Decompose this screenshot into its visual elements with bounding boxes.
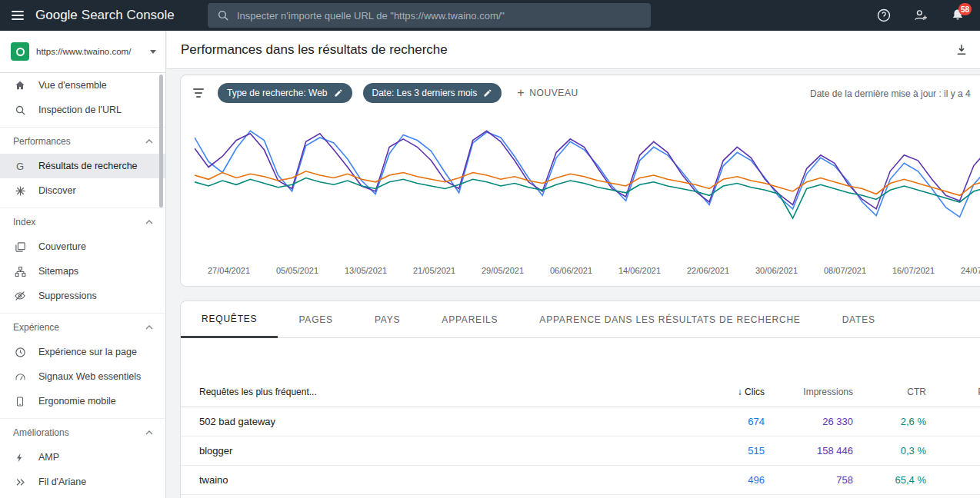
- chart-area[interactable]: [181, 111, 980, 260]
- help-icon[interactable]: [875, 7, 892, 24]
- sidebar-item-label: Inspection de l'URL: [38, 105, 122, 115]
- tab-dates[interactable]: DATES: [822, 301, 896, 338]
- sidebar-item-mobile-usability[interactable]: Ergonomie mobile: [0, 389, 165, 413]
- ctr-cell: 2,6 %: [853, 416, 926, 427]
- ctr-cell: 65,4 %: [853, 474, 926, 486]
- chevron-up-icon: [145, 139, 153, 144]
- search-type-filter-chip[interactable]: Type de recherche: Web: [218, 83, 352, 103]
- page-title: Performances dans les résultats de reche…: [181, 42, 448, 58]
- chevron-down-icon: [150, 50, 156, 54]
- home-icon: [13, 78, 27, 92]
- sidebar-item-label: Ergonomie mobile: [38, 396, 116, 407]
- property-url: https://www.twaino.com/: [36, 47, 143, 56]
- column-header-queries[interactable]: Requêtes les plus fréquent...: [199, 387, 680, 397]
- coverage-icon: [13, 240, 27, 254]
- sidebar-item-coverage[interactable]: Couverture: [0, 234, 165, 259]
- sidebar-item-label: Vue d'ensemble: [38, 80, 107, 91]
- tab-queries[interactable]: REQUÊTES: [181, 301, 278, 338]
- table-row[interactable]: twaino 496 758 65,4 %: [181, 466, 980, 495]
- table-row[interactable]: blogger 515 158 446 0,3 %: [181, 437, 980, 466]
- column-header-position[interactable]: Position: [926, 387, 980, 397]
- last-update-text: Date de la dernière mise à jour : il y a…: [810, 88, 971, 99]
- sidebar-item-url-inspection[interactable]: Inspection de l'URL: [0, 98, 165, 122]
- clicks-cell: 496: [680, 474, 765, 486]
- discover-icon: [13, 184, 27, 198]
- new-filter-button[interactable]: + NOUVEAU: [517, 86, 578, 100]
- sidebar-item-amp[interactable]: AMP: [0, 445, 165, 470]
- sidebar-item-discover[interactable]: Discover: [0, 178, 165, 203]
- section-header-experience[interactable]: Expérience: [0, 315, 165, 340]
- edit-pencil-icon[interactable]: [334, 88, 343, 98]
- chart-x-axis-labels: 27/04/2021 05/05/2021 13/05/2021 21/05/2…: [181, 260, 980, 286]
- sidebar-item-label: Couverture: [38, 241, 86, 252]
- table-row[interactable]: 502 bad gateway 674 26 330 2,6 %: [181, 407, 980, 437]
- url-inspection-input[interactable]: [237, 10, 642, 22]
- clicks-cell: 515: [680, 445, 765, 456]
- dimension-tabs: REQUÊTES PAGES PAYS APPAREILS APPARENCE …: [181, 301, 980, 338]
- filter-icon[interactable]: [190, 85, 207, 101]
- search-icon: [217, 9, 229, 22]
- section-header-enhancements[interactable]: Améliorations: [0, 420, 165, 445]
- sidebar-item-overview[interactable]: Vue d'ensemble: [0, 73, 165, 98]
- section-header-index[interactable]: Index: [0, 210, 165, 234]
- tab-devices[interactable]: APPAREILS: [421, 301, 518, 338]
- hamburger-menu-icon[interactable]: [0, 0, 35, 31]
- queries-table-card: REQUÊTES PAGES PAYS APPAREILS APPARENCE …: [180, 300, 980, 498]
- performance-chart-card: Type de recherche: Web Date: Les 3 derni…: [180, 75, 980, 287]
- clicks-cell: 674: [680, 416, 765, 427]
- mobile-usability-icon: [13, 394, 27, 408]
- page-titlebar: Performances dans les résultats de reche…: [167, 31, 980, 69]
- sidebar-item-sitemaps[interactable]: Sitemaps: [0, 259, 165, 284]
- chevron-up-icon: [145, 430, 153, 435]
- main-content: Performances dans les résultats de reche…: [167, 31, 980, 498]
- sidebar-item-search-results[interactable]: G Résultats de recherche: [0, 154, 165, 178]
- tab-countries[interactable]: PAYS: [354, 301, 421, 338]
- user-settings-icon[interactable]: [912, 7, 929, 24]
- property-icon: [11, 42, 29, 61]
- column-header-ctr[interactable]: CTR: [853, 387, 926, 397]
- amp-icon: [13, 450, 27, 464]
- sidebar-item-page-experience[interactable]: Expérience sur la page: [0, 340, 165, 364]
- app-logo: Google Search Console: [35, 8, 175, 23]
- logo-product: Search Console: [82, 8, 175, 23]
- performance-line-chart[interactable]: [195, 114, 980, 260]
- topbar-actions: 58: [875, 0, 966, 31]
- filter-row: Type de recherche: Web Date: Les 3 derni…: [181, 75, 980, 111]
- top-app-bar: Google Search Console 58: [0, 0, 980, 31]
- url-inspection-searchbox[interactable]: [208, 3, 651, 28]
- notifications-bell-icon[interactable]: 58: [949, 7, 966, 24]
- tab-search-appearance[interactable]: APPARENCE DANS LES RÉSULTATS DE RECHERCH…: [518, 301, 821, 338]
- column-header-clicks[interactable]: ↓ Clics: [680, 387, 765, 397]
- edit-pencil-icon[interactable]: [483, 88, 492, 98]
- series-line-position: [195, 171, 980, 196]
- ctr-cell: 0,3 %: [853, 445, 926, 456]
- tab-pages[interactable]: PAGES: [278, 301, 353, 338]
- search-icon: [13, 103, 27, 117]
- date-filter-chip[interactable]: Date: Les 3 derniers mois: [363, 83, 502, 103]
- query-cell: twaino: [199, 474, 680, 486]
- impressions-cell: 758: [765, 474, 853, 486]
- section-header-performance[interactable]: Performances: [0, 129, 165, 154]
- table-header-row: Requêtes les plus fréquent... ↓ Clics Im…: [181, 377, 980, 407]
- search-results-icon: G: [13, 159, 27, 173]
- sidebar-item-label: Discover: [38, 185, 76, 196]
- sidebar-item-core-web-vitals[interactable]: Signaux Web essentiels: [0, 364, 165, 389]
- sidebar-item-removals[interactable]: Suppressions: [0, 284, 165, 308]
- sidebar-item-breadcrumbs[interactable]: Fil d'Ariane: [0, 470, 165, 494]
- sidebar-scrollbar-thumb[interactable]: [159, 75, 163, 208]
- sidebar-item-label: Fil d'Ariane: [38, 476, 86, 487]
- sidebar-section-enhancements: Améliorations AMP Fil d'Ariane: [0, 418, 165, 494]
- impressions-cell: 26 330: [765, 416, 853, 427]
- column-header-impressions[interactable]: Impressions: [765, 387, 853, 397]
- table-toolbar-strip: [181, 338, 980, 377]
- query-cell: blogger: [199, 445, 680, 456]
- series-line-clics: [195, 131, 980, 217]
- sidebar-section-performance: Performances G Résultats de recherche Di…: [0, 127, 165, 203]
- breadcrumbs-icon: [13, 475, 27, 489]
- export-download-button[interactable]: [952, 41, 971, 59]
- plus-icon: +: [517, 86, 525, 100]
- property-selector[interactable]: https://www.twaino.com/: [0, 31, 165, 73]
- sort-arrow-down-icon: ↓: [738, 387, 742, 397]
- notifications-count-badge: 58: [958, 3, 972, 15]
- logo-google: Google: [35, 8, 78, 23]
